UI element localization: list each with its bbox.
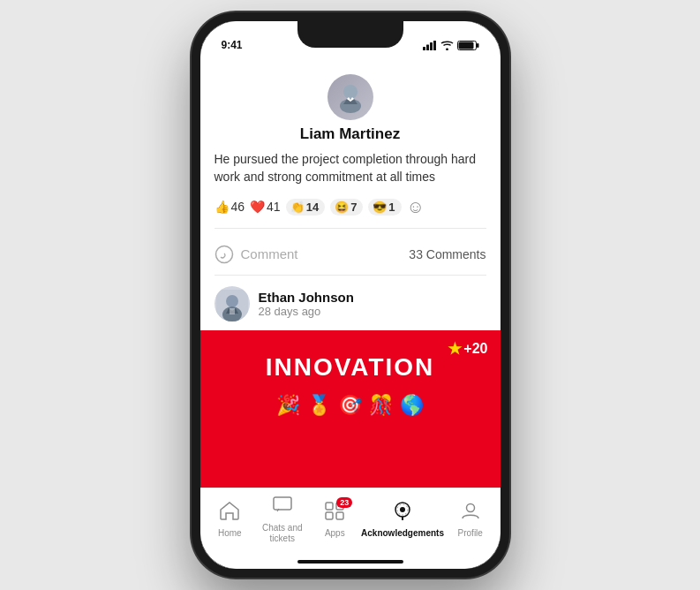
post-section: Liam Martinez He pursued the project com… bbox=[200, 60, 501, 276]
wifi-icon bbox=[440, 41, 454, 50]
status-icons bbox=[423, 41, 479, 50]
acknowledgements-icon-svg bbox=[392, 501, 413, 520]
reaction-laugh[interactable]: 😆 7 bbox=[330, 199, 363, 216]
home-icon-svg bbox=[219, 501, 240, 520]
thumbs-up-count: 46 bbox=[231, 200, 245, 214]
svg-rect-15 bbox=[326, 503, 333, 510]
svg-rect-6 bbox=[458, 42, 473, 49]
nav-item-chats[interactable]: Chats and tickets bbox=[256, 495, 309, 544]
emoji-1: 🎉 bbox=[276, 394, 300, 417]
nav-item-acknowledgements[interactable]: Acknowledgements bbox=[361, 501, 444, 539]
nav-label-profile: Profile bbox=[458, 528, 483, 539]
chats-icon-svg bbox=[272, 495, 293, 515]
nav-item-profile[interactable]: Profile bbox=[444, 501, 497, 539]
signal-icon bbox=[423, 41, 437, 50]
commenter-avatar bbox=[215, 286, 250, 321]
laugh-count: 7 bbox=[350, 200, 357, 214]
laugh-emoji: 😆 bbox=[335, 200, 349, 214]
svg-rect-17 bbox=[326, 512, 333, 519]
emoji-4: 🎊 bbox=[369, 394, 393, 417]
svg-rect-0 bbox=[423, 47, 425, 50]
svg-rect-5 bbox=[477, 43, 479, 48]
innovation-card: ★ +20 INNOVATION 🎉 🏅 🎯 🎊 🌎 bbox=[200, 330, 501, 488]
author-avatar-svg bbox=[335, 81, 366, 113]
innovation-title: INNOVATION bbox=[266, 353, 435, 382]
heart-emoji: ❤️ bbox=[250, 200, 265, 214]
nav-item-apps[interactable]: 23 Apps bbox=[309, 501, 362, 539]
notch bbox=[297, 21, 403, 48]
thumbs-up-emoji: 👍 bbox=[215, 200, 230, 214]
author-name: Liam Martinez bbox=[300, 125, 400, 143]
phone-wrapper: 9:41 bbox=[192, 12, 509, 578]
status-time: 9:41 bbox=[222, 39, 243, 51]
comments-count: 33 Comments bbox=[409, 247, 485, 261]
svg-point-7 bbox=[343, 85, 358, 99]
heart-count: 41 bbox=[267, 200, 281, 214]
home-bar bbox=[297, 560, 403, 564]
phone-screen: 9:41 bbox=[200, 21, 501, 569]
home-indicator-bar bbox=[200, 551, 501, 569]
svg-rect-14 bbox=[274, 497, 291, 510]
cool-emoji: 😎 bbox=[373, 200, 387, 214]
divider-1 bbox=[215, 228, 486, 229]
svg-point-22 bbox=[466, 504, 474, 512]
svg-rect-2 bbox=[430, 42, 433, 50]
comment-icon-svg bbox=[215, 245, 234, 264]
phone-frame: 9:41 bbox=[192, 12, 509, 578]
acknowledgements-icon bbox=[392, 501, 413, 526]
commenter-name: Ethan Johnson bbox=[259, 290, 354, 305]
svg-point-11 bbox=[226, 295, 238, 307]
emoji-3: 🎯 bbox=[338, 394, 362, 417]
nav-label-acknowledgements: Acknowledgements bbox=[361, 528, 444, 539]
svg-point-9 bbox=[215, 246, 232, 262]
innovation-emojis: 🎉 🏅 🎯 🎊 🌎 bbox=[276, 394, 424, 417]
reaction-thumbs-up[interactable]: 👍 46 bbox=[215, 200, 245, 214]
bottom-nav: Home Chats and tickets bbox=[200, 488, 501, 551]
star-badge: ★ +20 bbox=[448, 339, 487, 359]
add-reaction-button[interactable]: ☺ bbox=[407, 197, 425, 217]
star-count: +20 bbox=[463, 341, 487, 357]
content-area: Liam Martinez He pursued the project com… bbox=[200, 60, 501, 488]
comment-input-area[interactable]: Comment bbox=[215, 245, 298, 264]
battery-icon bbox=[457, 41, 479, 50]
nav-label-apps: Apps bbox=[325, 528, 345, 539]
apps-badge: 23 bbox=[336, 497, 352, 508]
star-icon: ★ bbox=[448, 339, 462, 359]
apps-icon: 23 bbox=[324, 501, 345, 526]
comment-user-row: Ethan Johnson 28 days ago bbox=[200, 276, 501, 330]
post-text: He pursued the project completion throug… bbox=[215, 150, 486, 186]
profile-icon bbox=[461, 501, 480, 526]
reaction-heart[interactable]: ❤️ 41 bbox=[250, 200, 281, 214]
author-avatar bbox=[327, 74, 373, 120]
comment-bubble-icon bbox=[215, 245, 234, 264]
nav-item-home[interactable]: Home bbox=[204, 501, 257, 539]
svg-rect-18 bbox=[336, 512, 343, 519]
emoji-2: 🏅 bbox=[307, 394, 331, 417]
comment-bar[interactable]: Comment 33 Comments bbox=[215, 238, 486, 275]
comment-placeholder: Comment bbox=[241, 246, 298, 261]
commenter-avatar-svg bbox=[216, 290, 248, 321]
reaction-cool[interactable]: 😎 1 bbox=[368, 199, 401, 216]
reactions-row: 👍 46 ❤️ 41 👏 14 😆 7 bbox=[215, 197, 486, 217]
cool-count: 1 bbox=[388, 200, 395, 214]
post-author: Liam Martinez bbox=[215, 74, 486, 143]
emoji-5: 🌎 bbox=[400, 394, 424, 417]
home-icon bbox=[219, 501, 240, 526]
svg-rect-1 bbox=[426, 44, 429, 50]
chats-icon bbox=[272, 495, 293, 520]
profile-icon-svg bbox=[461, 501, 480, 520]
nav-label-chats: Chats and tickets bbox=[256, 523, 309, 544]
commenter-info: Ethan Johnson 28 days ago bbox=[259, 290, 354, 318]
reaction-clap[interactable]: 👏 14 bbox=[286, 199, 325, 216]
svg-point-20 bbox=[400, 507, 405, 512]
svg-rect-13 bbox=[230, 308, 235, 314]
svg-rect-3 bbox=[433, 41, 436, 50]
clap-count: 14 bbox=[306, 200, 319, 214]
commenter-time: 28 days ago bbox=[259, 305, 354, 318]
nav-label-home: Home bbox=[218, 528, 242, 539]
clap-emoji: 👏 bbox=[290, 200, 305, 214]
